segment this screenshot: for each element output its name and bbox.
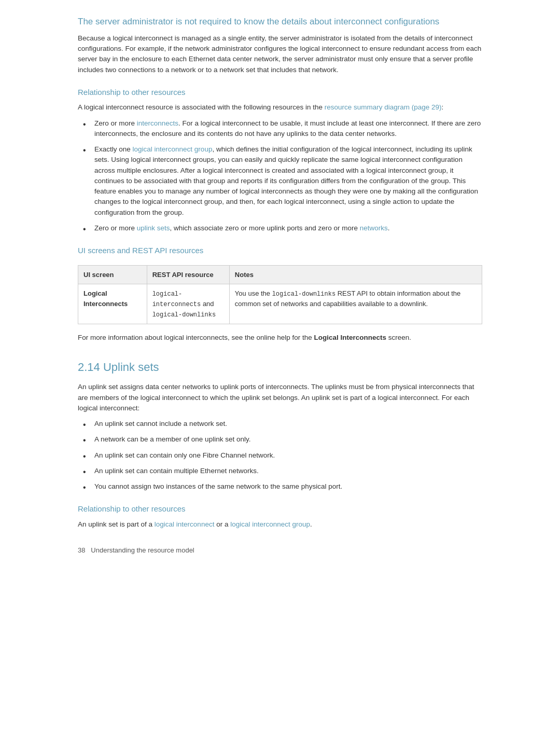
logical-interconnect-group-link-2[interactable]: logical interconnect group [230, 520, 310, 528]
list-item: An uplink set can contain only one Fibre… [83, 450, 482, 461]
resource-summary-link[interactable]: resource summary diagram (page 29) [325, 103, 442, 111]
list-item: An uplink set cannot include a network s… [83, 419, 482, 429]
uplink-relationship-paragraph: An uplink set is part of a logical inter… [78, 519, 482, 530]
page-content: The server administrator is not required… [47, 0, 513, 576]
table-header-row: UI screen REST API resource Notes [78, 266, 482, 284]
chapter-heading-uplink-sets: 2.14 Uplink sets [78, 358, 482, 376]
list-item: Exactly one logical interconnect group, … [83, 144, 482, 218]
rest-api-table-container: UI screen REST API resource Notes Logica… [78, 265, 482, 325]
uplink-bullet-list: An uplink set cannot include a network s… [78, 419, 482, 492]
page-number: 38 [78, 546, 85, 554]
list-item: Zero or more uplink sets, which associat… [83, 223, 482, 233]
footer-text: Understanding the resource model [91, 546, 194, 554]
cell-notes: You use the logical-downlinks REST API t… [229, 284, 482, 324]
networks-link[interactable]: networks [360, 224, 388, 232]
cell-ui-screen: Logical Interconnects [78, 284, 147, 324]
server-admin-paragraph: Because a logical interconnect is manage… [78, 33, 482, 75]
logical-interconnect-group-link-1[interactable]: logical interconnect group [133, 145, 213, 153]
list-item: An uplink set can contain multiple Ether… [83, 466, 482, 476]
col-header-notes: Notes [229, 266, 482, 284]
table-row: Logical Interconnects logical-interconne… [78, 284, 482, 324]
list-item: You cannot assign two instances of the s… [83, 481, 482, 492]
col-header-rest-api: REST API resource [147, 266, 229, 284]
chapter-2-14: 2.14 Uplink sets An uplink set assigns d… [78, 358, 482, 530]
page-footer: 38 Understanding the resource model [78, 545, 482, 556]
uplink-intro-paragraph: An uplink set assigns data center networ… [78, 382, 482, 413]
relationship-bullet-list: Zero or more interconnects. For a logica… [78, 118, 482, 234]
interconnects-link[interactable]: interconnects [137, 119, 178, 127]
server-admin-heading: The server administrator is not required… [78, 16, 482, 28]
col-header-ui-screen: UI screen [78, 266, 147, 284]
uplink-sets-link[interactable]: uplink sets [137, 224, 170, 232]
list-item: A network can be a member of one uplink … [83, 434, 482, 445]
relationship-intro-para: A logical interconnect resource is assoc… [78, 102, 482, 113]
more-info-paragraph: For more information about logical inter… [78, 333, 482, 343]
relationship-heading-1: Relationship to other resources [78, 87, 482, 99]
logical-interconnect-link[interactable]: logical interconnect [155, 520, 215, 528]
relationship-heading-2: Relationship to other resources [78, 503, 482, 515]
cell-rest-api: logical-interconnects and logical-downli… [147, 284, 229, 324]
list-item: Zero or more interconnects. For a logica… [83, 118, 482, 140]
ui-screens-heading: UI screens and REST API resources [78, 245, 482, 257]
rest-api-table: UI screen REST API resource Notes Logica… [78, 266, 482, 324]
